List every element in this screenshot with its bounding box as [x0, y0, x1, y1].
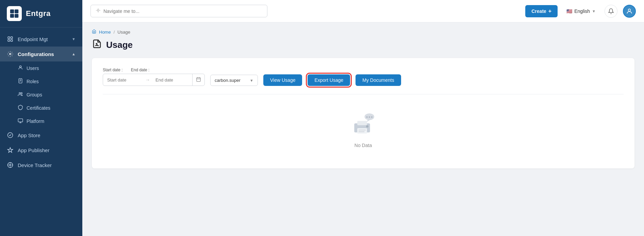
breadcrumb: Home / Usage — [92, 29, 634, 35]
svg-point-45 — [366, 125, 368, 128]
app-store-icon — [7, 132, 14, 139]
svg-rect-0 — [10, 10, 14, 13]
chevron-down-icon: ▼ — [72, 37, 76, 41]
settings-icon — [7, 51, 14, 57]
groups-icon — [18, 91, 23, 98]
chevron-up-icon: ▲ — [72, 52, 76, 56]
date-range-group: Start date : End date : → — [103, 68, 205, 86]
sidebar-item-label: Roles — [27, 79, 39, 84]
sidebar-item-label: Users — [27, 66, 39, 71]
sidebar-item-label: Configurations — [18, 51, 54, 57]
usage-card: Start date : End date : → — [92, 58, 634, 168]
sidebar-item-label: Platform — [27, 119, 44, 124]
chevron-down-icon: ▼ — [250, 78, 253, 83]
home-icon — [92, 29, 96, 35]
svg-rect-42 — [357, 128, 367, 134]
view-usage-button[interactable]: View Usage — [263, 74, 302, 86]
sidebar-navigation: Endpoint Mgt ▼ Configurations ▲ Users — [0, 28, 82, 236]
search-input[interactable] — [103, 8, 262, 14]
svg-point-15 — [21, 92, 22, 94]
create-label: Create — [531, 8, 546, 14]
sidebar-item-device-tracker[interactable]: Device Tracker — [0, 158, 82, 173]
shield-icon — [18, 105, 23, 111]
no-data-message: No Data — [354, 143, 372, 148]
svg-point-38 — [371, 116, 372, 117]
logo-icon — [7, 6, 22, 21]
sidebar-item-users[interactable]: Users — [0, 61, 82, 75]
breadcrumb-home[interactable]: Home — [99, 30, 111, 35]
sidebar-item-label: Device Tracker — [18, 162, 52, 168]
svg-rect-5 — [11, 37, 13, 38]
svg-rect-4 — [8, 37, 10, 38]
sidebar-item-certificates[interactable]: Certificates — [0, 101, 82, 114]
svg-rect-1 — [15, 10, 18, 13]
breadcrumb-current: Usage — [117, 30, 130, 35]
user-icon — [18, 65, 23, 71]
svg-point-37 — [368, 116, 370, 117]
svg-rect-16 — [18, 119, 22, 122]
chevron-down-icon: ▼ — [592, 9, 596, 13]
sidebar-item-groups[interactable]: Groups — [0, 88, 82, 101]
create-button[interactable]: Create + — [525, 5, 558, 17]
sidebar-item-app-publisher[interactable]: App Publisher — [0, 143, 82, 158]
header: Create + 🇺🇸 English ▼ — [82, 0, 644, 22]
svg-point-36 — [366, 116, 367, 117]
device-tracker-icon — [7, 162, 14, 168]
tenant-value: carbon.super — [215, 78, 241, 83]
svg-point-14 — [19, 92, 20, 94]
start-date-label: Start date : — [103, 68, 123, 72]
sidebar: Entgra Endpoint Mgt ▼ Configurations — [0, 0, 82, 236]
no-data-area: No Data — [103, 94, 624, 159]
sidebar-item-label: Groups — [27, 92, 42, 97]
app-pub-icon — [7, 147, 14, 153]
sidebar-item-label: App Store — [18, 132, 40, 138]
sidebar-item-label: Endpoint Mgt — [18, 36, 48, 42]
svg-rect-41 — [357, 121, 367, 125]
calendar-icon[interactable] — [192, 74, 204, 86]
sidebar-item-label: App Publisher — [18, 147, 49, 153]
user-avatar[interactable] — [623, 5, 636, 18]
page-title-row: Usage — [92, 39, 634, 51]
main-content: Create + 🇺🇸 English ▼ — [82, 0, 644, 236]
svg-rect-31 — [197, 78, 200, 81]
doc-icon — [18, 78, 23, 85]
flag-icon: 🇺🇸 — [566, 8, 572, 14]
start-date-input[interactable] — [103, 75, 144, 85]
sidebar-logo: Entgra — [0, 0, 82, 28]
sidebar-item-platform[interactable]: Platform — [0, 114, 82, 128]
empty-state-illustration — [350, 111, 377, 138]
svg-point-30 — [628, 9, 631, 11]
breadcrumb-separator: / — [114, 30, 115, 35]
svg-point-8 — [10, 53, 11, 55]
language-selector[interactable]: 🇺🇸 English ▼ — [563, 6, 599, 16]
arrow-icon: → — [144, 77, 151, 83]
language-label: English — [574, 8, 590, 14]
svg-point-25 — [97, 10, 99, 11]
usage-icon — [92, 39, 102, 51]
svg-rect-3 — [15, 14, 18, 18]
sidebar-item-configurations[interactable]: Configurations ▲ — [0, 47, 82, 61]
plus-icon: + — [548, 8, 551, 14]
grid-icon — [7, 36, 14, 42]
date-range-input[interactable]: → — [103, 74, 205, 86]
end-date-input[interactable] — [151, 75, 192, 85]
sidebar-item-roles[interactable]: Roles — [0, 75, 82, 88]
svg-point-20 — [10, 164, 11, 166]
end-date-label: End date : — [131, 68, 150, 72]
svg-rect-6 — [8, 40, 10, 41]
export-usage-button[interactable]: Export Usage — [308, 74, 350, 86]
platform-icon — [18, 118, 23, 124]
sidebar-item-label: Certificates — [27, 105, 50, 111]
page-title: Usage — [106, 40, 133, 50]
filter-row: Start date : End date : → — [103, 68, 624, 86]
sidebar-item-endpoint-mgt[interactable]: Endpoint Mgt ▼ — [0, 32, 82, 47]
notification-button[interactable] — [605, 5, 617, 18]
svg-point-9 — [19, 66, 21, 68]
page-content: Home / Usage Usage — [82, 22, 644, 236]
svg-rect-7 — [11, 40, 13, 41]
tenant-selector[interactable]: carbon.super ▼ — [210, 75, 258, 86]
sidebar-item-app-store[interactable]: App Store — [0, 128, 82, 143]
my-documents-button[interactable]: My Documents — [356, 74, 401, 86]
brand-name: Entgra — [26, 9, 51, 18]
search-bar[interactable] — [90, 5, 267, 17]
